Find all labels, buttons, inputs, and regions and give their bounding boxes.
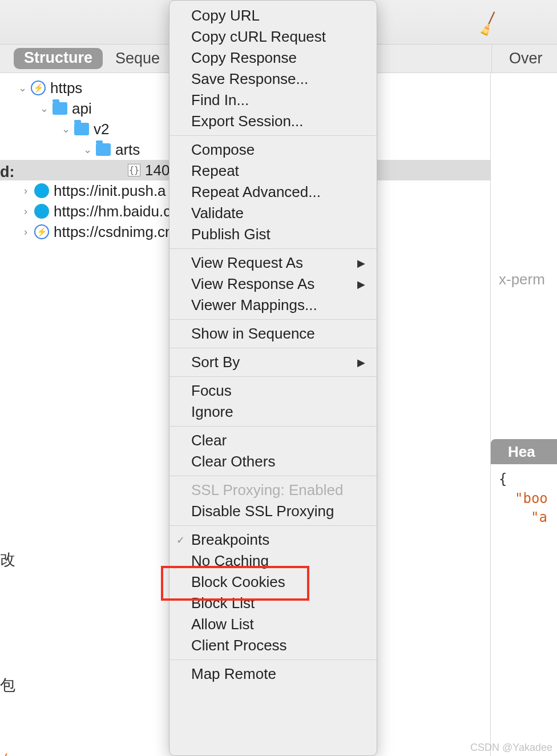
menu-find-in[interactable]: Find In... <box>169 90 377 111</box>
submenu-arrow-icon: ▶ <box>357 356 365 369</box>
menu-view-response-as[interactable]: View Response As▶ <box>169 274 377 295</box>
menu-separator <box>169 319 377 320</box>
menu-focus[interactable]: Focus <box>169 380 377 401</box>
json-line: { <box>499 470 557 489</box>
tree-label: https <box>50 79 82 97</box>
menu-viewer-mappings[interactable]: Viewer Mappings... <box>169 295 377 316</box>
check-icon: ✓ <box>176 534 185 546</box>
menu-separator <box>169 135 377 136</box>
chevron-down-icon[interactable]: ⌄ <box>60 123 71 135</box>
watermark: CSDN @Yakadee <box>470 742 552 754</box>
menu-export-session[interactable]: Export Session... <box>169 111 377 132</box>
chevron-right-icon[interactable]: › <box>21 185 31 197</box>
menu-copy-response[interactable]: Copy Response <box>169 47 377 69</box>
tab-overview[interactable]: Over <box>491 45 557 73</box>
menu-separator <box>169 660 377 660</box>
lightning-icon: ⚡ <box>31 81 46 95</box>
menu-publish-gist[interactable]: Publish Gist <box>169 224 377 245</box>
tree-label: https://hm.baidu.c <box>54 203 171 220</box>
menu-no-caching[interactable]: No Caching <box>169 550 377 572</box>
json-line: "boo <box>499 489 557 509</box>
menu-map-remote[interactable]: Map Remote <box>169 663 377 685</box>
context-menu: Copy URL Copy cURL Request Copy Response… <box>169 0 377 756</box>
tree-label: api <box>72 100 92 118</box>
lightning-icon: ⚡ <box>34 224 49 239</box>
detail-panel: Over x-perm Hea { "boo "a <box>491 73 557 756</box>
folder-icon <box>53 102 67 115</box>
json-braces-icon: {} <box>128 164 140 176</box>
chevron-down-icon[interactable]: ⌄ <box>82 143 92 156</box>
json-line: "a <box>499 508 557 528</box>
menu-save-response[interactable]: Save Response... <box>169 69 377 90</box>
menu-compose[interactable]: Compose <box>169 139 377 160</box>
tab-sequence[interactable]: Seque <box>115 50 160 67</box>
menu-separator <box>169 348 377 348</box>
chevron-right-icon[interactable]: › <box>21 226 31 238</box>
broom-icon[interactable]: 🧹 <box>474 10 503 38</box>
menu-copy-url[interactable]: Copy URL <box>169 5 377 26</box>
header-label: x-perm <box>491 265 557 288</box>
menu-repeat[interactable]: Repeat <box>169 160 377 182</box>
tab-structure[interactable]: Structure <box>14 48 103 69</box>
menu-separator <box>169 376 377 377</box>
menu-client-process[interactable]: Client Process <box>169 635 377 656</box>
edge-text: 包 <box>0 675 15 695</box>
folder-icon <box>74 123 89 135</box>
edge-text: d: <box>0 163 14 181</box>
menu-block-list[interactable]: Block List <box>169 593 377 614</box>
menu-repeat-advanced[interactable]: Repeat Advanced... <box>169 182 377 203</box>
globe-icon: 🌐 <box>34 183 49 198</box>
tree-label: v2 <box>94 120 109 138</box>
menu-disable-ssl-proxying[interactable]: Disable SSL Proxying <box>169 501 377 522</box>
menu-validate[interactable]: Validate <box>169 203 377 224</box>
chevron-down-icon[interactable]: ⌄ <box>39 102 49 115</box>
tree-label: https://csdnimg.cn <box>54 223 173 241</box>
menu-sort-by[interactable]: Sort By▶ <box>169 352 377 373</box>
edge-text: 向 <box>0 750 15 756</box>
menu-separator <box>169 525 377 526</box>
menu-separator <box>169 476 377 476</box>
tree-label: https://init.push.a <box>54 182 166 200</box>
menu-clear[interactable]: Clear <box>169 430 377 451</box>
menu-allow-list[interactable]: Allow List <box>169 614 377 635</box>
tree-label: 140 <box>145 162 169 179</box>
submenu-arrow-icon: ▶ <box>357 257 365 270</box>
tab-headers[interactable]: Hea <box>491 439 557 464</box>
menu-clear-others[interactable]: Clear Others <box>169 451 377 472</box>
menu-ignore[interactable]: Ignore <box>169 401 377 423</box>
json-body: { "boo "a <box>491 464 557 528</box>
menu-ssl-proxying-status: SSL Proxying: Enabled <box>169 480 377 501</box>
menu-block-cookies[interactable]: Block Cookies <box>169 572 377 593</box>
menu-breakpoints[interactable]: ✓Breakpoints <box>169 529 377 550</box>
menu-separator <box>169 248 377 249</box>
edge-text: 改 <box>0 549 15 570</box>
tree-label: arts <box>115 141 140 159</box>
chevron-down-icon[interactable]: ⌄ <box>17 82 27 94</box>
submenu-arrow-icon: ▶ <box>357 278 365 291</box>
folder-icon <box>96 143 111 156</box>
chevron-right-icon[interactable]: › <box>21 206 31 218</box>
menu-separator <box>169 426 377 427</box>
menu-copy-curl[interactable]: Copy cURL Request <box>169 26 377 47</box>
globe-icon: 🌐 <box>34 204 49 219</box>
menu-show-in-sequence[interactable]: Show in Sequence <box>169 323 377 344</box>
menu-view-request-as[interactable]: View Request As▶ <box>169 252 377 274</box>
